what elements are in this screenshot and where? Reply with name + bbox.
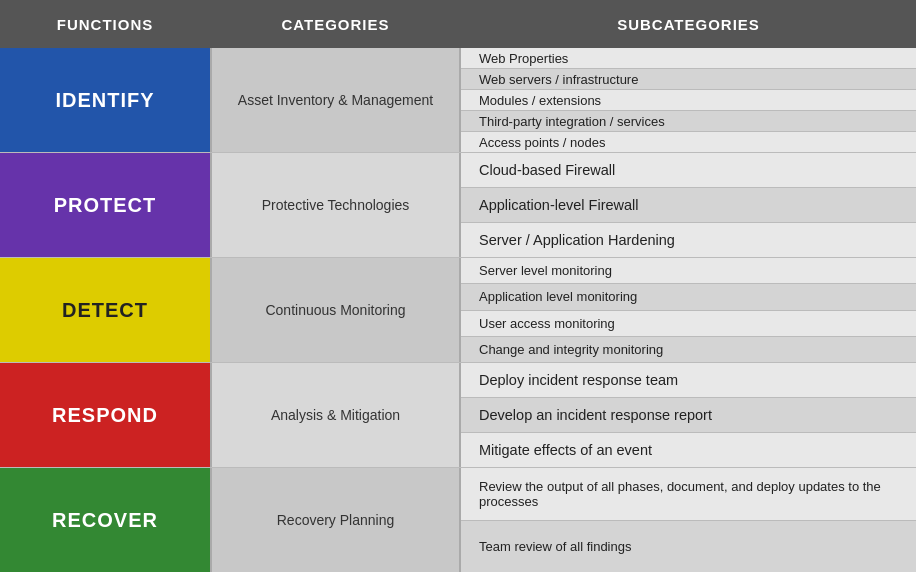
subcategory-item: Team review of all findings [461,521,916,573]
category-cell-respond: Analysis & Mitigation [210,363,461,467]
subcategories-cell-identify: Web PropertiesWeb servers / infrastructu… [461,48,916,152]
table-row: DETECTContinuous MonitoringServer level … [0,258,916,363]
function-cell-detect: DETECT [0,258,210,362]
table-row: RESPONDAnalysis & MitigationDeploy incid… [0,363,916,468]
subcategory-item: Web servers / infrastructure [461,69,916,90]
subcategory-item: Review the output of all phases, documen… [461,468,916,521]
subcategory-item: Mitigate effects of an event [461,433,916,467]
categories-header: CATEGORIES [210,16,461,33]
table-row: RECOVERRecovery PlanningReview the outpu… [0,468,916,572]
function-cell-respond: RESPOND [0,363,210,467]
subcategory-item: Server level monitoring [461,258,916,284]
subcategory-item: Application level monitoring [461,284,916,310]
subcategory-item: Server / Application Hardening [461,223,916,257]
table-body: IDENTIFYAsset Inventory & ManagementWeb … [0,48,916,572]
subcategory-item: Develop an incident response report [461,398,916,433]
subcategory-item: Application-level Firewall [461,188,916,223]
subcategories-header: SUBCATEGORIES [461,16,916,33]
subcategory-item: User access monitoring [461,311,916,337]
subcategory-item: Deploy incident response team [461,363,916,398]
subcategories-cell-recover: Review the output of all phases, documen… [461,468,916,572]
functions-header: FUNCTIONS [0,16,210,33]
subcategories-cell-protect: Cloud-based FirewallApplication-level Fi… [461,153,916,257]
function-cell-recover: RECOVER [0,468,210,572]
table-header: FUNCTIONS CATEGORIES SUBCATEGORIES [0,0,916,48]
function-cell-identify: IDENTIFY [0,48,210,152]
subcategories-cell-respond: Deploy incident response teamDevelop an … [461,363,916,467]
category-cell-recover: Recovery Planning [210,468,461,572]
subcategories-cell-detect: Server level monitoringApplication level… [461,258,916,362]
subcategory-item: Modules / extensions [461,90,916,111]
table-row: PROTECTProtective TechnologiesCloud-base… [0,153,916,258]
subcategory-item: Web Properties [461,48,916,69]
function-cell-protect: PROTECT [0,153,210,257]
subcategory-item: Cloud-based Firewall [461,153,916,188]
subcategory-item: Third-party integration / services [461,111,916,132]
category-cell-identify: Asset Inventory & Management [210,48,461,152]
subcategory-item: Change and integrity monitoring [461,337,916,362]
category-cell-protect: Protective Technologies [210,153,461,257]
subcategory-item: Access points / nodes [461,132,916,152]
category-cell-detect: Continuous Monitoring [210,258,461,362]
main-table: FUNCTIONS CATEGORIES SUBCATEGORIES IDENT… [0,0,916,572]
table-row: IDENTIFYAsset Inventory & ManagementWeb … [0,48,916,153]
